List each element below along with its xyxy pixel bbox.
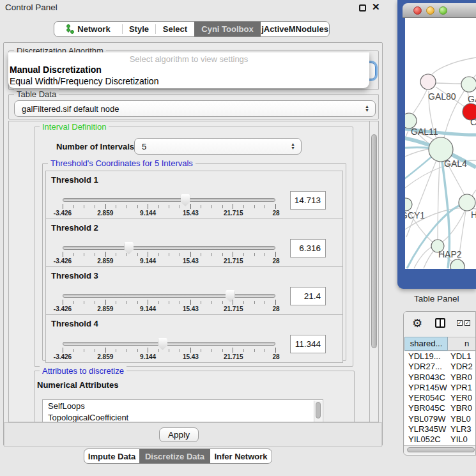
tab-select-label: Select	[163, 24, 187, 34]
network-node[interactable]	[405, 198, 412, 211]
network-node-label: GAL4	[444, 158, 467, 169]
column-header-shared-name[interactable]: shared...	[404, 337, 448, 351]
tick-label: 28	[272, 305, 279, 312]
table-horizontal-scrollbar[interactable]	[404, 445, 475, 454]
tab-style-label: Style	[129, 24, 149, 34]
tick-label: 2.859	[97, 353, 113, 360]
network-window-titlebar[interactable]	[403, 3, 476, 18]
network-edge[interactable]	[405, 149, 431, 157]
table-row[interactable]: YBL079WYBL0	[404, 414, 476, 424]
close-icon[interactable]: ✕	[372, 1, 380, 13]
tick-label: 15.43	[183, 353, 199, 360]
tab-network[interactable]: Network	[54, 22, 122, 36]
tab-discretize-data[interactable]: Discretize Data	[139, 449, 210, 463]
tab-select[interactable]: Select	[156, 22, 194, 36]
dropdown-option-equal-width[interactable]: Equal Width/Frequency Discretization	[10, 76, 158, 86]
columns-icon[interactable]	[435, 318, 445, 328]
table-row[interactable]: YDL19...YDL1	[404, 351, 476, 362]
network-edge[interactable]	[438, 162, 440, 240]
table-data-value: galFiltered.sif default node	[22, 104, 119, 114]
threshold-panel: Threshold 1 -3.426 2.859 9.144 15.43 21.…	[45, 171, 343, 219]
slider-tick-labels: -3.426 2.859 9.144 15.43 21.715 28	[63, 257, 276, 265]
zoom-traffic-light-icon[interactable]	[439, 6, 447, 15]
slider-major-ticks	[63, 204, 276, 209]
tab-network-label: Network	[77, 24, 110, 34]
cell: YBL0	[449, 414, 476, 424]
tick-label: 15.43	[183, 305, 199, 312]
tick-label: 21.715	[224, 257, 243, 265]
threshold-value-field[interactable]: 6.316	[290, 239, 326, 257]
network-node[interactable]	[461, 77, 476, 92]
threshold-value-field[interactable]: 11.344	[290, 335, 326, 353]
tab-infer-network[interactable]: Infer Network	[210, 449, 272, 463]
tab-cyni-toolbox[interactable]: Cyni Toolbox	[194, 22, 261, 36]
combo-arrows-icon: ▲▼	[291, 142, 295, 150]
network-node[interactable]	[459, 194, 475, 211]
table-row[interactable]: YBR045CYBR0	[404, 403, 476, 413]
apply-button[interactable]: Apply	[159, 427, 199, 442]
network-icon	[66, 24, 74, 34]
list-item[interactable]: TopologicalCoefficient	[43, 411, 323, 422]
tick-label: 9.144	[140, 305, 156, 312]
threshold-slider[interactable]	[63, 294, 275, 298]
table-row[interactable]: YPR145WYPR1	[404, 383, 476, 393]
column-header-name[interactable]: n	[448, 337, 476, 351]
tick-label: 15.43	[183, 210, 199, 217]
table-row[interactable]: YLR345WYLR3	[404, 424, 476, 434]
network-node-label: HAP2	[438, 249, 462, 259]
apply-bar: Apply	[4, 422, 382, 447]
dropdown-option-manual[interactable]: Manual Discretization	[10, 65, 102, 75]
tab-style[interactable]: Style	[123, 22, 155, 36]
network-graph: GAL80GACGAL11GAL4GCY1HHAP2	[405, 18, 476, 269]
tick-label: 15.43	[183, 257, 199, 265]
tick-label: 9.144	[140, 210, 156, 217]
table-row[interactable]: YER054CYER0	[404, 393, 476, 403]
network-edge[interactable]	[405, 129, 409, 158]
network-node[interactable]	[420, 74, 436, 89]
table-row[interactable]: YBR043CYBR0	[404, 372, 476, 383]
list-scrollbar[interactable]	[314, 401, 322, 422]
tab-discretize-data-label: Discretize Data	[145, 452, 204, 461]
cell: YER0	[449, 393, 476, 403]
cell: YBR0	[449, 403, 476, 413]
threshold-slider[interactable]	[63, 246, 275, 250]
table-panel: ⚙ ✓ ✓ shared... n YDL19...YDL1 YDR27...Y…	[403, 311, 476, 456]
list-item[interactable]: SelfLoops	[43, 400, 323, 411]
network-edge[interactable]	[436, 83, 461, 84]
slider-major-ticks	[63, 252, 276, 257]
table-panel-title: Table Panel	[414, 294, 459, 303]
tab-jactivemnodules[interactable]: jActiveMNodules	[261, 22, 329, 36]
table-scrollbar-thumb[interactable]	[407, 447, 475, 452]
close-traffic-light-icon[interactable]	[413, 6, 422, 15]
tab-impute-data[interactable]: Impute Data	[84, 449, 139, 463]
checkbox-icon[interactable]: ✓	[464, 320, 470, 326]
cell: YBR045C	[404, 403, 449, 413]
threshold-slider[interactable]	[63, 342, 275, 346]
network-canvas[interactable]: GAL80GACGAL11GAL4GCY1HHAP2	[405, 18, 476, 269]
threshold-value-field[interactable]: 14.713	[290, 191, 326, 210]
network-node-label: GAL80	[428, 91, 456, 102]
network-edge[interactable]	[410, 90, 427, 117]
threshold-label: Threshold 1	[51, 175, 98, 185]
number-of-intervals-combobox[interactable]: 5 ▲▼	[134, 138, 302, 155]
gear-icon[interactable]: ⚙	[412, 316, 422, 330]
table-row[interactable]: YDR27...YDR2	[404, 362, 476, 372]
settings-vertical-scrollbar[interactable]	[369, 121, 378, 422]
cell: YPR1	[449, 383, 476, 393]
network-edge[interactable]	[405, 148, 431, 149]
table-panel-toolbar: ⚙ ✓ ✓	[404, 312, 475, 336]
threshold-slider[interactable]	[63, 198, 275, 202]
network-node[interactable]	[450, 259, 464, 269]
table-row[interactable]: YIL052CYIL0	[404, 434, 476, 445]
minimize-traffic-light-icon[interactable]	[426, 6, 434, 15]
settings-scrollbar-thumb[interactable]	[371, 134, 377, 348]
checkbox-icon[interactable]: ✓	[457, 320, 463, 326]
network-node-label: C	[470, 117, 476, 127]
network-edge[interactable]	[431, 58, 476, 76]
threshold-value-field[interactable]: 21.4	[290, 287, 326, 305]
cell: YPR145W	[404, 383, 449, 393]
float-window-icon[interactable]	[359, 4, 366, 12]
numerical-attributes-list[interactable]: SelfLoops TopologicalCoefficient Between…	[42, 399, 323, 422]
list-scrollbar-thumb[interactable]	[316, 402, 321, 418]
table-data-combobox[interactable]: galFiltered.sif default node ▲▼	[14, 100, 376, 117]
